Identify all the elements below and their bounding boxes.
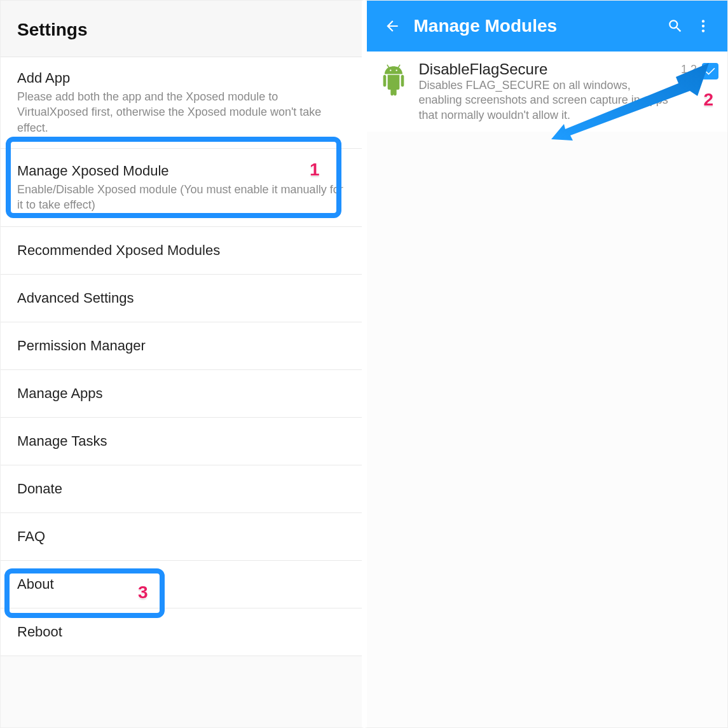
svg-point-2 bbox=[702, 29, 704, 32]
search-icon bbox=[667, 18, 683, 34]
svg-point-0 bbox=[702, 20, 704, 22]
item-title: Advanced Settings bbox=[17, 290, 345, 306]
more-vert-icon bbox=[695, 18, 711, 34]
overflow-menu-button[interactable] bbox=[689, 18, 717, 34]
settings-item-manage-xposed[interactable]: Manage Xposed Module Enable/Disable Xpos… bbox=[1, 149, 362, 228]
item-title: Permission Manager bbox=[17, 338, 345, 354]
android-icon bbox=[376, 63, 411, 99]
settings-item-add-app[interactable]: Add App Please add both the app and the … bbox=[1, 57, 362, 149]
bottom-spacer bbox=[1, 656, 362, 728]
item-subtitle: Please add both the app and the Xposed m… bbox=[17, 89, 345, 135]
manage-modules-screen: Manage Modules DisableFlagSecure Disable… bbox=[364, 0, 729, 728]
page-title: Settings bbox=[17, 20, 345, 40]
settings-item-about[interactable]: About bbox=[1, 561, 362, 608]
settings-item-manage-apps[interactable]: Manage Apps bbox=[1, 370, 362, 418]
settings-item-faq[interactable]: FAQ bbox=[1, 513, 362, 561]
settings-item-recommended[interactable]: Recommended Xposed Modules bbox=[1, 227, 362, 275]
toolbar: Manage Modules bbox=[367, 1, 728, 52]
item-title: FAQ bbox=[17, 528, 345, 545]
item-title: Add App bbox=[17, 70, 345, 86]
item-title: Manage Tasks bbox=[17, 433, 345, 450]
module-description: Disables FLAG_SECURE on all windows, ena… bbox=[419, 78, 675, 123]
check-icon bbox=[704, 65, 717, 78]
item-title: Manage Xposed Module bbox=[17, 163, 345, 179]
module-version: 1.2 bbox=[681, 63, 697, 76]
item-title: About bbox=[17, 576, 345, 593]
annotation-step-1: 1 bbox=[310, 160, 320, 180]
settings-item-advanced[interactable]: Advanced Settings bbox=[1, 275, 362, 322]
svg-point-1 bbox=[702, 25, 704, 27]
module-enable-checkbox[interactable] bbox=[702, 63, 718, 79]
annotation-step-2: 2 bbox=[703, 90, 713, 110]
toolbar-title: Manage Modules bbox=[408, 16, 662, 36]
item-title: Donate bbox=[17, 481, 345, 497]
settings-item-manage-tasks[interactable]: Manage Tasks bbox=[1, 418, 362, 465]
item-title: Recommended Xposed Modules bbox=[17, 242, 345, 259]
annotation-step-3: 3 bbox=[138, 582, 148, 603]
settings-item-permission[interactable]: Permission Manager bbox=[1, 322, 362, 370]
settings-header: Settings bbox=[1, 1, 362, 57]
module-item-disableflagsecure[interactable]: DisableFlagSecure Disables FLAG_SECURE o… bbox=[367, 52, 728, 132]
module-text: DisableFlagSecure Disables FLAG_SECURE o… bbox=[419, 60, 675, 123]
settings-item-reboot[interactable]: Reboot bbox=[1, 608, 362, 656]
item-title: Manage Apps bbox=[17, 385, 345, 402]
settings-item-donate[interactable]: Donate bbox=[1, 465, 362, 513]
item-subtitle: Enable/Disable Xposed module (You must e… bbox=[17, 182, 345, 213]
settings-screen: Settings Add App Please add both the app… bbox=[0, 0, 364, 728]
search-button[interactable] bbox=[661, 18, 689, 34]
module-title: DisableFlagSecure bbox=[419, 60, 675, 78]
back-button[interactable] bbox=[377, 18, 408, 34]
item-title: Reboot bbox=[17, 624, 345, 640]
arrow-back-icon bbox=[384, 18, 401, 34]
